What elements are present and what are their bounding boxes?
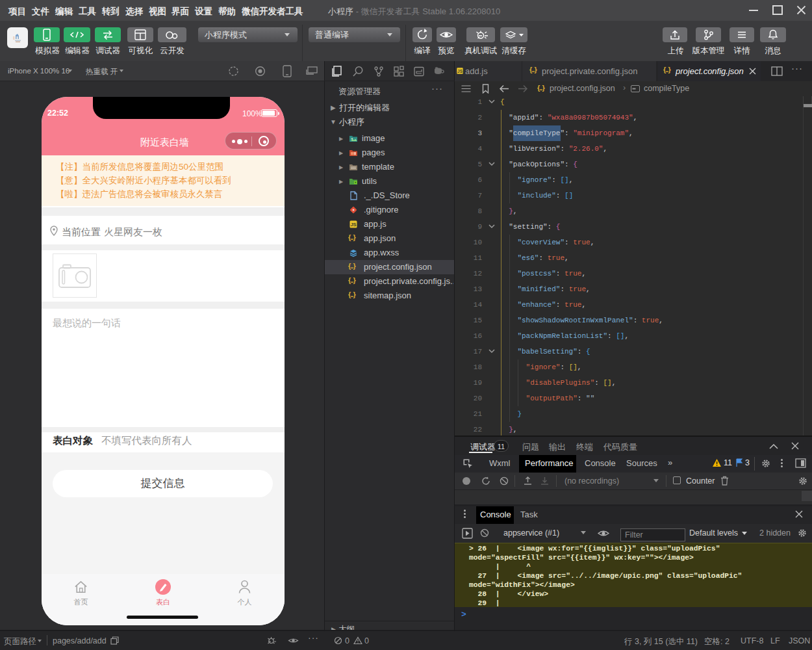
svg-text:JS: JS [350, 222, 356, 228]
svg-text:JS: JS [457, 69, 463, 73]
